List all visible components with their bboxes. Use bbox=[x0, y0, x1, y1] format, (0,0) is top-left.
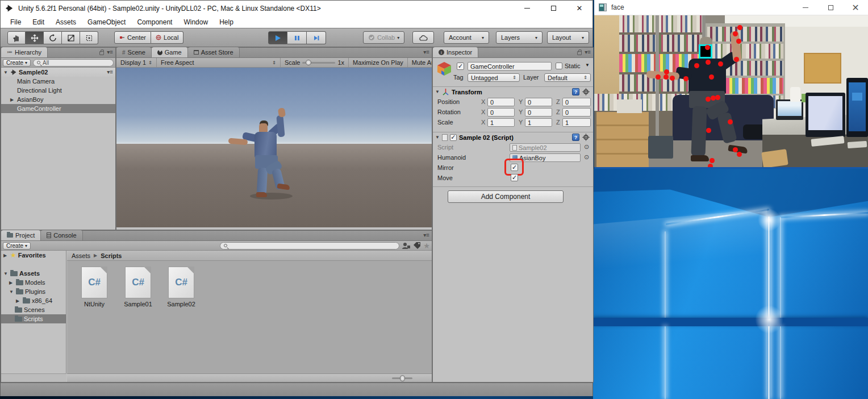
menu-window[interactable]: Window bbox=[178, 17, 213, 27]
gameobject-active-checkbox[interactable] bbox=[457, 63, 464, 70]
play-button[interactable] bbox=[268, 31, 287, 44]
layout-dropdown[interactable]: Layout▾ bbox=[547, 31, 589, 44]
move-checkbox[interactable] bbox=[511, 174, 518, 181]
expander-icon[interactable]: ▼ bbox=[3, 271, 9, 276]
menu-edit[interactable]: Edit bbox=[27, 17, 49, 27]
hierarchy-create-button[interactable]: Create▾ bbox=[3, 59, 31, 66]
pause-button[interactable] bbox=[287, 31, 307, 44]
menu-component[interactable]: Component bbox=[132, 17, 177, 27]
expander-icon[interactable]: ▶ bbox=[3, 253, 9, 258]
maximize-on-play-button[interactable]: Maximize On Play bbox=[349, 58, 408, 68]
script-object-field[interactable]: Sample02 bbox=[510, 143, 581, 152]
file-ntunity[interactable]: C# NtUnity bbox=[76, 267, 112, 307]
tab-console[interactable]: Console bbox=[41, 230, 82, 240]
game-viewport[interactable] bbox=[116, 68, 432, 227]
thumbnail-size-knob[interactable] bbox=[400, 375, 405, 381]
transform-component-header[interactable]: ▼ Transform ? bbox=[433, 86, 593, 97]
static-checkbox[interactable] bbox=[556, 63, 562, 69]
layers-dropdown[interactable]: Layers▾ bbox=[496, 31, 542, 44]
hand-tool-button[interactable] bbox=[7, 31, 26, 44]
minimize-button[interactable] bbox=[514, 1, 540, 16]
tab-project[interactable]: Project bbox=[1, 230, 41, 240]
expander-icon[interactable]: ▼ bbox=[435, 135, 440, 140]
close-button[interactable]: ✕ bbox=[843, 0, 868, 15]
scale-x-field[interactable]: 1 bbox=[487, 118, 515, 127]
hierarchy-root-sample02[interactable]: ▼ Sample02 ▾≡ bbox=[1, 68, 115, 77]
layer-dropdown[interactable]: Default⇕ bbox=[544, 73, 591, 82]
help-icon[interactable]: ? bbox=[572, 134, 579, 141]
tag-dropdown[interactable]: Untagged⇕ bbox=[468, 73, 520, 82]
position-y-field[interactable]: 0 bbox=[525, 98, 552, 106]
expander-icon[interactable]: ▶ bbox=[9, 280, 14, 285]
panel-menu-icon[interactable]: ▾≡ bbox=[585, 49, 591, 55]
panel-menu-icon[interactable]: ▾≡ bbox=[423, 232, 429, 238]
panel-menu-icon[interactable]: ▾≡ bbox=[423, 49, 429, 55]
panel-menu-icon[interactable]: ▾≡ bbox=[107, 49, 113, 55]
script-component-header[interactable]: ▼ Sample 02 (Script) ? bbox=[433, 132, 593, 142]
search-by-label-icon[interactable] bbox=[413, 242, 421, 249]
pivot-toggle-button[interactable]: Center bbox=[114, 31, 151, 44]
rect-tool-button[interactable] bbox=[80, 31, 98, 44]
tab-asset-store[interactable]: Asset Store bbox=[188, 47, 240, 57]
gameobject-name-field[interactable]: GameController bbox=[468, 62, 552, 70]
aspect-dropdown[interactable]: Free Aspect⇕ bbox=[157, 58, 281, 68]
gear-icon[interactable] bbox=[582, 134, 590, 141]
scale-y-field[interactable]: 1 bbox=[525, 118, 552, 127]
project-tree-models[interactable]: ▶Models bbox=[1, 278, 66, 287]
collab-button[interactable]: Collab▾ bbox=[363, 31, 404, 44]
move-tool-button[interactable] bbox=[26, 31, 44, 44]
tab-inspector[interactable]: iInspector bbox=[433, 47, 478, 57]
tab-game[interactable]: Game bbox=[152, 47, 188, 57]
object-picker-icon[interactable]: ⊙ bbox=[584, 153, 589, 161]
script-enabled-checkbox[interactable] bbox=[450, 134, 457, 141]
save-search-star-icon[interactable]: ★ bbox=[423, 242, 430, 250]
menu-gameobject[interactable]: GameObject bbox=[82, 17, 131, 27]
expander-icon[interactable]: ▶ bbox=[10, 97, 15, 102]
thumbnail-size-slider[interactable] bbox=[392, 377, 412, 379]
lock-icon[interactable] bbox=[577, 51, 582, 55]
expander-icon[interactable]: ▶ bbox=[16, 298, 21, 304]
position-z-field[interactable]: 0 bbox=[562, 98, 591, 106]
close-button[interactable]: ✕ bbox=[566, 1, 592, 16]
project-search-input[interactable] bbox=[220, 242, 399, 250]
project-tree-scenes[interactable]: Scenes bbox=[1, 305, 66, 314]
maximize-button[interactable] bbox=[540, 1, 566, 16]
face-titlebar[interactable]: face ✕ bbox=[594, 0, 868, 15]
object-picker-icon[interactable]: ⊙ bbox=[584, 143, 589, 151]
hierarchy-item-main-camera[interactable]: Main Camera bbox=[1, 77, 115, 86]
expander-icon[interactable]: ▼ bbox=[435, 89, 440, 94]
project-tree-plugins[interactable]: ▼Plugins bbox=[1, 287, 66, 296]
rotation-y-field[interactable]: 0 bbox=[525, 108, 552, 117]
project-tree-assets[interactable]: ▼Assets bbox=[1, 269, 66, 278]
hierarchy-item-asianboy[interactable]: ▶AsianBoy bbox=[1, 95, 115, 104]
expander-icon[interactable]: ▼ bbox=[9, 289, 14, 294]
menu-assets[interactable]: Assets bbox=[51, 17, 81, 27]
hierarchy-item-directional-light[interactable]: Directional Light bbox=[1, 86, 115, 95]
mute-audio-button[interactable]: Mute Audio bbox=[408, 58, 432, 68]
gear-icon[interactable] bbox=[582, 88, 590, 95]
cloud-button[interactable] bbox=[412, 31, 434, 44]
project-tree-scripts[interactable]: Scripts bbox=[1, 314, 66, 323]
project-create-button[interactable]: Create▾ bbox=[3, 242, 31, 250]
hierarchy-item-gamecontroller[interactable]: GameController bbox=[1, 104, 115, 113]
project-favorites[interactable]: ▶★Favorites bbox=[1, 251, 66, 260]
add-component-button[interactable]: Add Component bbox=[448, 190, 564, 203]
step-button[interactable] bbox=[307, 31, 326, 44]
scale-slider-track[interactable] bbox=[302, 62, 335, 64]
unity-titlebar[interactable]: Unity 5.6.2f1 Personal (64bit) - Sample0… bbox=[1, 1, 592, 16]
position-x-field[interactable]: 0 bbox=[487, 98, 515, 106]
rotation-z-field[interactable]: 0 bbox=[562, 108, 591, 117]
menu-help[interactable]: Help bbox=[214, 17, 239, 27]
space-toggle-button[interactable]: Local bbox=[151, 31, 183, 44]
breadcrumb-scripts[interactable]: Scripts bbox=[101, 252, 122, 259]
minimize-button[interactable] bbox=[793, 0, 818, 15]
file-sample01[interactable]: C# Sample01 bbox=[120, 267, 156, 307]
search-by-type-icon[interactable] bbox=[402, 242, 411, 249]
file-sample02[interactable]: C# Sample02 bbox=[163, 267, 199, 307]
scale-z-field[interactable]: 1 bbox=[562, 118, 591, 127]
hierarchy-search-input[interactable]: All bbox=[33, 59, 114, 66]
scale-slider[interactable]: Scale 1x bbox=[281, 58, 349, 68]
project-tree-x86-64[interactable]: ▶x86_64 bbox=[1, 296, 66, 305]
help-icon[interactable]: ? bbox=[572, 88, 579, 95]
account-dropdown[interactable]: Account▾ bbox=[444, 31, 489, 44]
